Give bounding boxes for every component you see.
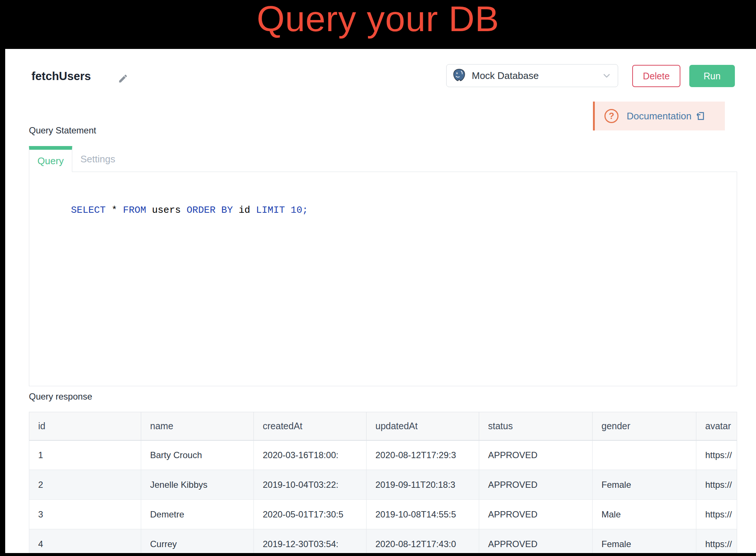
sql-token: 10; xyxy=(285,205,308,216)
response-table: id name createdAt updatedAt status gende… xyxy=(29,412,737,553)
tab-query[interactable]: Query xyxy=(29,146,72,172)
cell: 2020-08-12T17:29:3 xyxy=(367,440,479,470)
column-header-name: name xyxy=(141,412,254,440)
chevron-down-icon xyxy=(602,71,611,80)
cell: https:// xyxy=(696,440,737,470)
column-header-status: status xyxy=(479,412,593,440)
cell: Demetre xyxy=(141,500,254,529)
cell: Female xyxy=(593,470,696,500)
column-header-gender: gender xyxy=(593,412,696,440)
cell: Currey xyxy=(141,529,254,553)
sql-token: id xyxy=(233,205,256,216)
top-banner: Query your DB xyxy=(0,0,756,49)
cell: 2 xyxy=(29,470,141,500)
cell: 2020-03-16T18:00: xyxy=(254,440,367,470)
cell: https:// xyxy=(696,529,737,553)
postgresql-icon xyxy=(452,68,467,83)
column-header-id: id xyxy=(29,412,141,440)
cell: Male xyxy=(593,500,696,529)
cell: Jenelle Kibbys xyxy=(141,470,254,500)
edit-pencil-icon[interactable] xyxy=(118,73,128,84)
cell xyxy=(593,440,696,470)
cell: APPROVED xyxy=(479,529,593,553)
sql-token: SELECT xyxy=(71,205,106,216)
left-frame-bar xyxy=(0,49,5,556)
delete-button[interactable]: Delete xyxy=(632,65,680,87)
response-table-container[interactable]: id name createdAt updatedAt status gende… xyxy=(29,412,737,553)
cell: https:// xyxy=(696,500,737,529)
column-header-avatar: avatar xyxy=(696,412,737,440)
query-name: fetchUsers xyxy=(32,70,91,83)
table-row: 2 Jenelle Kibbys 2019-10-04T03:22: 2019-… xyxy=(29,470,737,500)
bottom-frame-bar xyxy=(0,553,756,556)
cell: https:// xyxy=(696,470,737,500)
cell: 2019-10-08T14:55:5 xyxy=(367,500,479,529)
sql-token: users xyxy=(146,205,186,216)
cell: Female xyxy=(593,529,696,553)
cell: 4 xyxy=(29,529,141,553)
cell: APPROVED xyxy=(479,470,593,500)
query-statement-label: Query Statement xyxy=(29,125,96,136)
cell: 2019-10-04T03:22: xyxy=(254,470,367,500)
table-header-row: id name createdAt updatedAt status gende… xyxy=(29,412,737,440)
sql-token: * xyxy=(106,205,123,216)
documentation-label: Documentation xyxy=(627,110,692,122)
cell: 3 xyxy=(29,500,141,529)
resource-dropdown-value: Mock Database xyxy=(472,70,602,82)
documentation-link[interactable]: ? Documentation xyxy=(593,102,725,130)
table-row: 1 Barty Crouch 2020-03-16T18:00: 2020-08… xyxy=(29,440,737,470)
run-button[interactable]: Run xyxy=(689,65,735,87)
cell: 2020-08-12T17:43:0 xyxy=(367,529,479,553)
resource-dropdown[interactable]: Mock Database xyxy=(446,64,618,87)
cell: 2019-09-11T20:18:3 xyxy=(367,470,479,500)
cell: 2019-12-30T03:54: xyxy=(254,529,367,553)
page-title: Query your DB xyxy=(257,1,500,37)
sql-token: LIMIT xyxy=(256,205,285,216)
cell: APPROVED xyxy=(479,500,593,529)
cell: Barty Crouch xyxy=(141,440,254,470)
cell: 2020-05-01T17:30:5 xyxy=(254,500,367,529)
sql-token: FROM xyxy=(123,205,146,216)
sql-editor[interactable]: SELECT * FROM users ORDER BY id LIMIT 10… xyxy=(29,172,737,386)
sql-token: ORDER BY xyxy=(187,205,233,216)
table-row: 4 Currey 2019-12-30T03:54: 2020-08-12T17… xyxy=(29,529,737,553)
cell: APPROVED xyxy=(479,440,593,470)
cell: 1 xyxy=(29,440,141,470)
table-row: 3 Demetre 2020-05-01T17:30:5 2019-10-08T… xyxy=(29,500,737,529)
help-circle-icon: ? xyxy=(604,109,619,123)
column-header-updatedAt: updatedAt xyxy=(367,412,479,440)
external-doc-icon xyxy=(695,111,706,121)
column-header-createdAt: createdAt xyxy=(254,412,367,440)
sql-code-line: SELECT * FROM users ORDER BY id LIMIT 10… xyxy=(48,193,308,227)
query-response-label: Query response xyxy=(29,391,92,402)
tab-settings[interactable]: Settings xyxy=(73,146,123,172)
